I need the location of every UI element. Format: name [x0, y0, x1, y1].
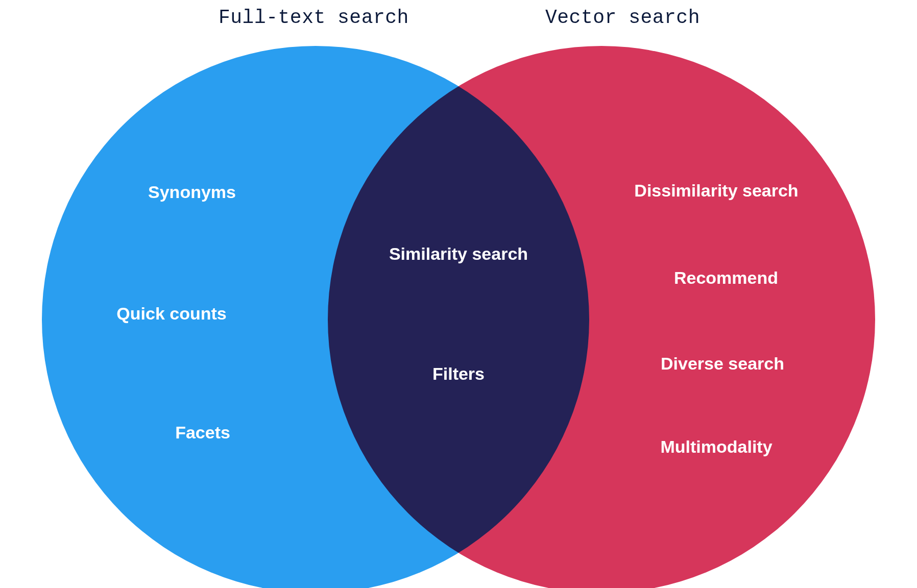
left-circle-title: Full-text search [219, 7, 409, 29]
right-circle [328, 46, 875, 588]
right-item-1: Recommend [674, 268, 778, 288]
right-circle-title: Vector search [545, 7, 700, 29]
left-item-2: Facets [175, 423, 230, 443]
right-item-3: Multimodality [660, 437, 772, 457]
intersection-item-0: Similarity search [389, 244, 528, 264]
right-item-2: Diverse search [661, 354, 784, 374]
right-item-0: Dissimilarity search [634, 181, 798, 201]
intersection-item-1: Filters [432, 364, 485, 384]
left-item-1: Quick counts [116, 304, 226, 324]
left-item-0: Synonyms [148, 182, 236, 202]
